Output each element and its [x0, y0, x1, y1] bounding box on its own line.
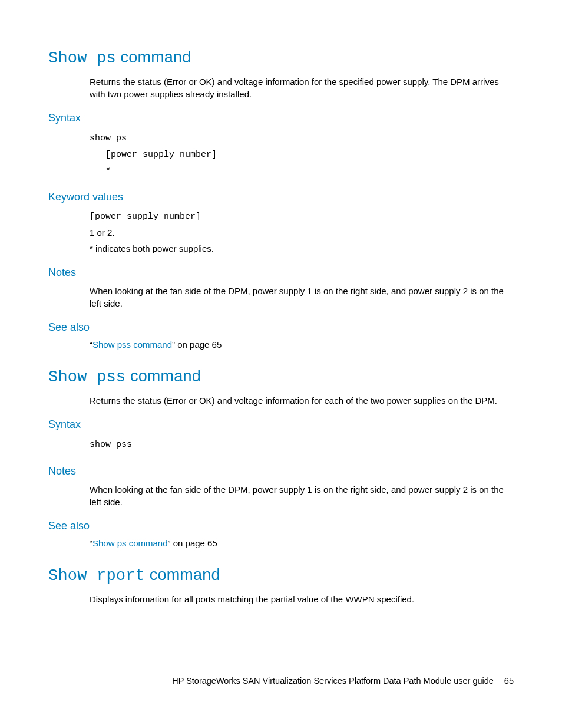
heading-rest: command	[116, 48, 191, 66]
notes-heading: Notes	[48, 266, 514, 279]
see-also-rest: ” on page 65	[172, 340, 222, 350]
heading-show-pss: Show pss command	[48, 367, 514, 386]
syntax-code-show-pss: show pss	[90, 437, 514, 453]
see-also-rest: ” on page 65	[168, 538, 217, 548]
notes-heading: Notes	[48, 465, 514, 477]
syntax-heading: Syntax	[48, 419, 514, 431]
desc-show-ps: Returns the status (Error or OK) and vol…	[90, 75, 514, 100]
heading-mono: Show ps	[48, 50, 116, 67]
heading-rest: command	[125, 367, 201, 385]
syntax-heading: Syntax	[48, 112, 514, 124]
footer-text: HP StorageWorks SAN Virtualization Servi…	[172, 676, 494, 686]
syntax-code-show-ps: show ps [power supply number] *	[90, 130, 514, 179]
see-also-heading: See also	[48, 520, 514, 532]
heading-show-rport: Show rport command	[48, 566, 514, 585]
heading-mono: Show rport	[48, 567, 145, 585]
notes-body: When looking at the fan side of the DPM,…	[90, 285, 514, 309]
page-footer: HP StorageWorks SAN Virtualization Servi…	[172, 676, 514, 686]
heading-rest: command	[145, 566, 220, 584]
document-page: Show ps command Returns the status (Erro…	[0, 0, 562, 605]
heading-mono: Show pss	[48, 368, 125, 386]
see-also-heading: See also	[48, 321, 514, 334]
see-also-line: “Show pss command” on page 65	[90, 340, 514, 350]
heading-show-ps: Show ps command	[48, 48, 514, 67]
kv-line-1: 1 or 2.	[90, 226, 514, 239]
desc-show-pss: Returns the status (Error or OK) and vol…	[90, 394, 514, 407]
kv-code-text: [power supply number]	[90, 212, 201, 222]
keyword-values-heading: Keyword values	[48, 191, 514, 203]
notes-body: When looking at the fan side of the DPM,…	[90, 483, 514, 508]
kv-line-2: * indicates both power supplies.	[90, 242, 514, 255]
link-show-ps[interactable]: Show ps command	[92, 538, 168, 548]
see-also-line: “Show ps command” on page 65	[90, 538, 514, 548]
kv-code: [power supply number]	[90, 209, 514, 223]
desc-show-rport: Displays information for all ports match…	[90, 593, 514, 605]
link-show-pss[interactable]: Show pss command	[92, 340, 172, 350]
page-number: 65	[504, 676, 514, 686]
